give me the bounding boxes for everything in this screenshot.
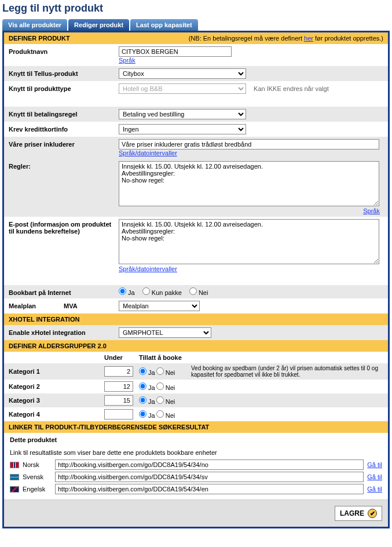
link-sv-label: Svensk — [23, 473, 52, 480]
row-ptype: Knytt til produkttype Hotell og B&B Kan … — [4, 81, 388, 96]
age-row-1: Kategori 1 Ja Nei Ved booking av spedbar… — [4, 363, 388, 380]
payrule-select[interactable]: Betaling ved bestilling — [119, 109, 246, 119]
age-cat3-input[interactable] — [104, 395, 133, 406]
row-xhotel: Enable xHotel integration GMRPHOTEL — [4, 325, 388, 340]
row-productname: Produktnavn Språk — [4, 44, 388, 66]
bookable-kun[interactable]: Kun pakke — [142, 289, 182, 296]
mva-label: MVA — [64, 302, 119, 309]
age4-ja[interactable]: Ja — [139, 410, 155, 419]
age-cat4-input[interactable] — [104, 409, 133, 420]
cc-label: Krev kredittkortinfo — [9, 124, 119, 133]
define-note-pre: (NB: En betalingsregel må være definert — [189, 35, 304, 42]
age2-nei[interactable]: Nei — [156, 382, 175, 391]
row-prices: Våre priser inkluderer Språk/datointerva… — [4, 137, 388, 159]
row-cc: Krev kredittkortinfo Ingen — [4, 122, 388, 137]
footer: LAGRE ✔ — [4, 499, 388, 527]
age-col-headers: Under Tillatt å booke — [4, 352, 388, 363]
productname-input[interactable] — [119, 46, 232, 57]
row-rules: Regler: Språk — [4, 159, 388, 217]
section-xhotel-header: XHOTEL INTEGRATION — [4, 313, 388, 325]
cc-select[interactable]: Ingen — [119, 124, 246, 134]
age-cat2-input[interactable] — [104, 381, 133, 392]
age4-nei-text: Nei — [166, 412, 175, 419]
define-note-link[interactable]: her — [304, 35, 313, 42]
age-cat3-label: Kategori 3 — [9, 397, 104, 404]
lang-link-rules[interactable]: Språk — [363, 207, 380, 214]
age-cat1-label: Kategori 1 — [9, 368, 104, 375]
link-row-en: Engelsk Gå til — [10, 484, 382, 494]
tab-all-products[interactable]: Vis alle produkter — [2, 19, 67, 31]
tellus-label: Knytt til Tellus-produkt — [9, 68, 119, 77]
section-xhotel-title: XHOTEL INTEGRATION — [9, 316, 79, 323]
row-tellus: Knytt til Tellus-produkt Citybox — [4, 66, 388, 81]
age-cat4-label: Kategori 4 — [9, 411, 104, 418]
links-body: Dette produktet Link til resultatliste s… — [4, 433, 388, 499]
section-links-header: LINKER TIL PRODUKT-/TILBYDERBEGRENSEDE S… — [4, 421, 388, 433]
age3-ja-text: Ja — [148, 398, 155, 405]
link-no-go[interactable]: Gå til — [367, 461, 382, 468]
row-payrule: Knytt til betalingsregel Betaling ved be… — [4, 107, 388, 122]
tab-bar: Vis alle produkter Rediger produkt Last … — [2, 19, 390, 31]
section-age-header: DEFINER ALDERSGRUPPER 2.0 — [4, 340, 388, 352]
rules-label: Regler: — [9, 161, 119, 170]
define-note: (NB: En betalingsregel må være definert … — [189, 35, 383, 42]
bookable-nei[interactable]: Nei — [189, 289, 208, 296]
flag-sv-icon — [10, 474, 19, 480]
link-row-no: Norsk Gå til — [10, 460, 382, 470]
age-row-3: Kategori 3 Ja Nei — [4, 393, 388, 407]
age3-nei-text: Nei — [166, 398, 175, 405]
age1-ja-text: Ja — [148, 369, 155, 376]
link-en-input[interactable] — [55, 484, 364, 494]
mealplan-select[interactable]: Mealplan — [119, 301, 200, 311]
ptype-hint: Kan IKKE endres når valgt — [254, 85, 329, 92]
page-title: Legg til nytt produkt — [2, 2, 390, 14]
age2-ja-text: Ja — [148, 384, 155, 391]
check-icon: ✔ — [368, 509, 377, 518]
payrule-label: Knytt til betalingsregel — [9, 109, 119, 118]
prices-label: Våre priser inkluderer — [9, 139, 119, 148]
email-label: E-post (informasjon om produktet til kun… — [9, 219, 119, 235]
age3-ja[interactable]: Ja — [139, 396, 155, 405]
age-col-under: Under — [104, 354, 139, 361]
prices-input[interactable] — [119, 139, 379, 149]
xhotel-enable-label: Enable xHotel integration — [9, 327, 119, 336]
tab-upload-capacity[interactable]: Last opp kapasitet — [130, 19, 198, 31]
save-button-label: LAGRE — [340, 509, 364, 517]
rules-textarea[interactable] — [119, 161, 379, 206]
age1-ja[interactable]: Ja — [139, 367, 155, 376]
section-define-header: DEFINER PRODUKT (NB: En betalingsregel m… — [4, 32, 388, 44]
bookable-ja-text: Ja — [128, 289, 135, 296]
define-note-post: før produktet opprettes.) — [313, 35, 383, 42]
age-note: Ved booking av spedbarn (under 2 år) vil… — [191, 365, 388, 378]
link-row-sv: Svensk Gå til — [10, 472, 382, 482]
bookable-ja[interactable]: Ja — [119, 289, 135, 296]
section-links-title: LINKER TIL PRODUKT-/TILBYDERBEGRENSEDE S… — [9, 424, 209, 431]
row-bookable: Bookbart på Internet Ja Kun pakke Nei — [4, 285, 388, 298]
age-cat1-input[interactable] — [104, 366, 133, 377]
main-panel: DEFINER PRODUKT (NB: En betalingsregel m… — [2, 31, 390, 528]
row-mealplan: Mealplan MVA Mealplan — [4, 298, 388, 313]
age4-nei[interactable]: Nei — [156, 410, 175, 419]
langdate-link-1[interactable]: Språk/datointervaller — [119, 149, 177, 156]
link-en-go[interactable]: Gå til — [367, 486, 382, 493]
email-textarea[interactable] — [119, 219, 379, 264]
flag-en-icon — [10, 486, 19, 493]
tellus-select[interactable]: Citybox — [119, 68, 246, 79]
link-no-input[interactable] — [55, 460, 364, 470]
age2-ja[interactable]: Ja — [139, 382, 155, 391]
xhotel-select[interactable]: GMRPHOTEL — [119, 327, 211, 338]
link-sv-go[interactable]: Gå til — [367, 473, 382, 480]
ptype-select: Hotell og B&B — [119, 83, 246, 94]
langdate-link-2[interactable]: Språk/datointervaller — [119, 265, 177, 272]
lang-link[interactable]: Språk — [119, 57, 135, 64]
age2-nei-text: Nei — [166, 384, 175, 391]
flag-no-icon — [10, 462, 19, 468]
age-row-2: Kategori 2 Ja Nei — [4, 380, 388, 393]
save-button[interactable]: LAGRE ✔ — [335, 506, 382, 521]
link-sv-input[interactable] — [55, 472, 364, 482]
tab-edit-product[interactable]: Rediger produkt — [68, 19, 129, 31]
age1-nei[interactable]: Nei — [156, 367, 175, 376]
age3-nei[interactable]: Nei — [156, 396, 175, 405]
productname-label: Produktnavn — [9, 46, 119, 55]
links-desc: Link til resultatliste som viser bare de… — [10, 449, 382, 456]
